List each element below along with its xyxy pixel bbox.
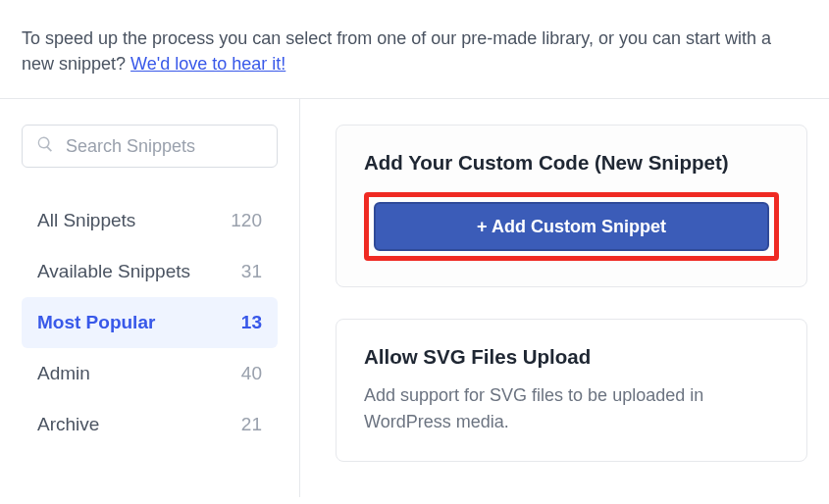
highlight-frame: + Add Custom Snippet: [364, 192, 779, 261]
intro-link[interactable]: We'd love to hear it!: [130, 54, 285, 74]
sidebar-item-count: 120: [231, 210, 262, 231]
add-snippet-title: Add Your Custom Code (New Snippet): [364, 151, 779, 175]
snippet-card-title: Allow SVG Files Upload: [364, 345, 779, 369]
intro-text: To speed up the process you can select f…: [0, 0, 829, 99]
sidebar-item-label: Available Snippets: [37, 261, 190, 282]
snippet-card-description: Add support for SVG files to be uploaded…: [364, 382, 779, 435]
sidebar: All Snippets 120 Available Snippets 31 M…: [0, 99, 300, 497]
sidebar-item-label: Most Popular: [37, 312, 155, 333]
sidebar-item-all-snippets[interactable]: All Snippets 120: [22, 195, 278, 246]
sidebar-item-count: 13: [241, 312, 262, 333]
add-snippet-card: Add Your Custom Code (New Snippet) + Add…: [336, 125, 807, 287]
sidebar-item-most-popular[interactable]: Most Popular 13: [22, 297, 278, 348]
main-content: Add Your Custom Code (New Snippet) + Add…: [300, 99, 829, 497]
sidebar-item-count: 40: [241, 363, 262, 384]
sidebar-item-label: Admin: [37, 363, 90, 384]
category-list: All Snippets 120 Available Snippets 31 M…: [22, 195, 278, 450]
sidebar-item-available-snippets[interactable]: Available Snippets 31: [22, 246, 278, 297]
sidebar-item-count: 31: [241, 261, 262, 282]
sidebar-item-label: All Snippets: [37, 210, 135, 231]
sidebar-item-archive[interactable]: Archive 21: [22, 399, 278, 450]
search-icon: [36, 135, 54, 157]
add-custom-snippet-button[interactable]: + Add Custom Snippet: [374, 202, 769, 251]
snippet-card-allow-svg[interactable]: Allow SVG Files Upload Add support for S…: [336, 319, 807, 462]
search-input[interactable]: [66, 136, 263, 157]
sidebar-item-admin[interactable]: Admin 40: [22, 348, 278, 399]
sidebar-item-count: 21: [241, 414, 262, 435]
sidebar-item-label: Archive: [37, 414, 99, 435]
search-box[interactable]: [22, 125, 278, 168]
